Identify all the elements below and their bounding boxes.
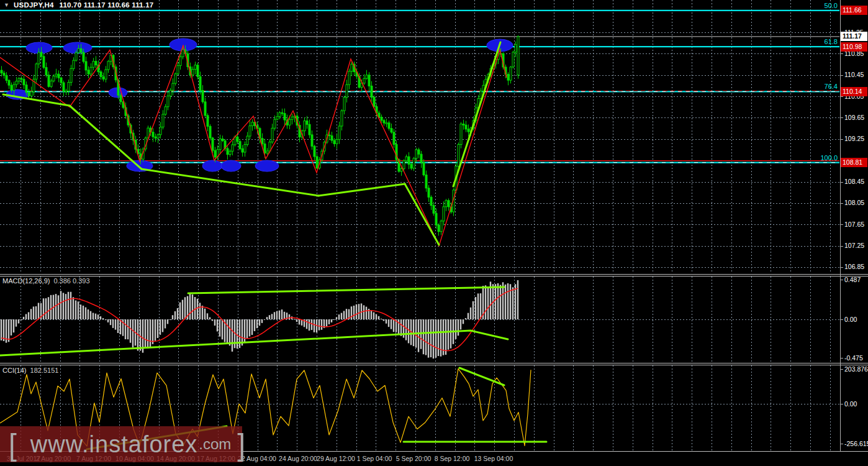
watermark-suffix: .com	[199, 436, 231, 453]
trading-terminal-chart: 111.25110.85110.45110.05109.65109.25108.…	[0, 0, 868, 466]
macd-values: 0.386 0.393	[53, 277, 89, 285]
cci-value: 182.5151	[30, 367, 59, 374]
panel-separators[interactable]	[0, 274, 868, 451]
chart-dropdown-icon[interactable]: ▼	[4, 2, 9, 8]
trendlines-main[interactable]	[3, 42, 500, 245]
candlesticks	[1, 35, 519, 235]
symbol-period-label: USDJPY,H4	[14, 1, 53, 9]
ellipse-markers	[6, 39, 513, 171]
chart-canvas[interactable]	[0, 0, 868, 466]
watermark-bracket-left: [	[9, 431, 17, 458]
zigzag-line[interactable]	[0, 45, 507, 245]
macd-name: MACD(12,26,9)	[2, 277, 50, 285]
instaforex-watermark: [ www.instaforex .com ]	[0, 426, 242, 462]
ohlc-values: 110.70 111.17 110.66 111.17	[60, 1, 154, 9]
cci-name: CCI(14)	[2, 367, 27, 374]
cci-indicator-label: CCI(14)182.5151	[2, 367, 58, 374]
watermark-bracket-right: ]	[237, 431, 245, 458]
watermark-text: www.instaforex	[30, 431, 198, 458]
chart-title: ▼ USDJPY,H4 110.70 111.17 110.66 111.17	[4, 1, 153, 9]
grid	[0, 0, 839, 451]
macd-indicator-label: MACD(12,26,9)0.386 0.393	[2, 277, 90, 285]
